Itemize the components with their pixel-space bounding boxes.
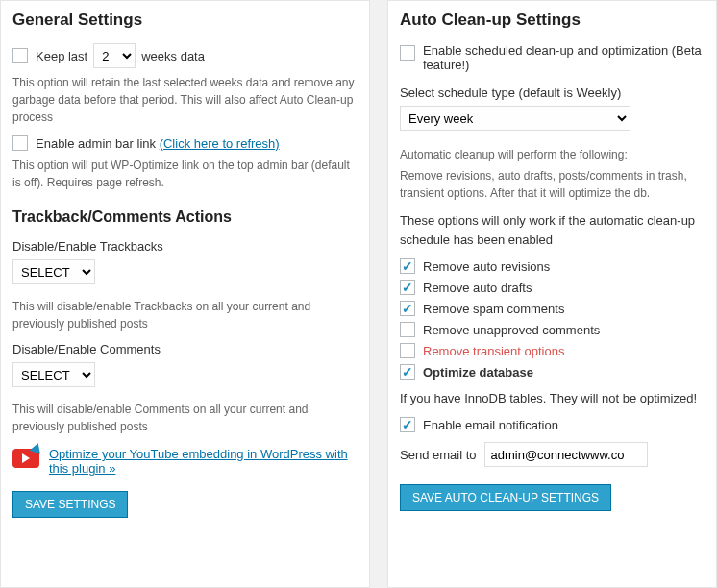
optimize-db-checkbox[interactable] [400, 364, 415, 380]
admin-bar-checkbox[interactable] [12, 135, 28, 151]
send-email-input[interactable] [484, 442, 648, 467]
remove-revisions-label: Remove auto revisions [423, 259, 550, 274]
comments-select[interactable]: SELECT [12, 362, 95, 387]
remove-revisions-checkbox[interactable] [400, 258, 415, 274]
innodb-note: If you have InnoDB tables. They will not… [400, 391, 705, 405]
youtube-plugin-link[interactable]: Optimize your YouTube embedding in WordP… [49, 447, 358, 476]
general-settings-title: General Settings [12, 11, 358, 30]
remove-spam-checkbox[interactable] [400, 301, 415, 316]
keep-last-label-pre: Keep last [36, 49, 87, 63]
auto-cleanup-desc2: Remove revisions, auto drafts, posts/com… [400, 167, 705, 202]
auto-cleanup-panel: Auto Clean-up Settings Enable scheduled … [387, 0, 717, 588]
remove-transient-label: Remove transient options [423, 344, 564, 358]
work-note: These options will only work if the auto… [400, 211, 705, 249]
comments-label: Disable/Enable Comments [12, 342, 358, 356]
refresh-link[interactable]: (Click here to refresh) [160, 136, 280, 151]
trackback-comments-title: Trackback/Comments Actions [12, 208, 358, 226]
remove-spam-label: Remove spam comments [423, 302, 564, 316]
enable-scheduled-label: Enable scheduled clean-up and optimizati… [423, 43, 705, 72]
remove-unapproved-checkbox[interactable] [400, 322, 415, 337]
auto-cleanup-title: Auto Clean-up Settings [400, 11, 705, 30]
keep-last-select[interactable]: 2 [93, 43, 136, 68]
remove-transient-checkbox[interactable] [400, 343, 415, 358]
save-settings-button[interactable]: SAVE SETTINGS [12, 491, 128, 518]
keep-last-desc: This option will retain the last selecte… [12, 74, 358, 126]
keep-last-checkbox[interactable] [12, 48, 28, 63]
remove-unapproved-label: Remove unapproved comments [423, 323, 600, 337]
trackbacks-desc: This will disable/enable Trackbacks on a… [12, 298, 358, 332]
trackbacks-select[interactable]: SELECT [12, 259, 95, 284]
keep-last-label-post: weeks data [141, 49, 205, 63]
schedule-type-select[interactable]: Every week [400, 106, 630, 131]
auto-cleanup-desc1: Automatic cleanup will perform the follo… [400, 146, 705, 163]
remove-drafts-checkbox[interactable] [400, 280, 415, 295]
send-email-label: Send email to [400, 448, 477, 462]
comments-desc: This will disable/enable Comments on all… [12, 401, 358, 435]
save-auto-cleanup-button[interactable]: SAVE AUTO CLEAN-UP SETTINGS [400, 484, 611, 511]
schedule-type-label: Select schedule type (default is Weekly) [400, 86, 705, 100]
trackbacks-label: Disable/Enable Trackbacks [12, 239, 358, 254]
enable-scheduled-checkbox[interactable] [400, 45, 415, 61]
general-settings-panel: General Settings Keep last 2 weeks data … [0, 0, 370, 588]
remove-drafts-label: Remove auto drafts [423, 281, 532, 295]
youtube-icon [12, 449, 39, 468]
optimize-db-label: Optimize database [423, 365, 533, 380]
admin-bar-label: Enable admin bar link [36, 136, 156, 151]
admin-bar-desc: This option will put WP-Optimize link on… [12, 157, 358, 191]
email-notification-checkbox[interactable] [400, 417, 415, 432]
email-notification-label: Enable email notification [423, 418, 558, 432]
